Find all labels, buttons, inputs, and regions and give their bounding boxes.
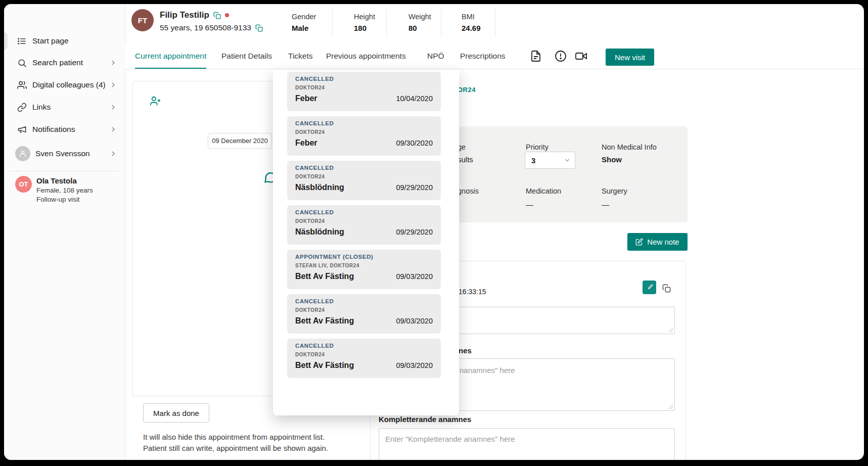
resize-handle[interactable]	[668, 328, 673, 333]
appointment-status: CANCELLED	[295, 209, 433, 215]
medication-label: Medication	[526, 187, 561, 195]
appointment-status: CANCELLED	[295, 165, 433, 171]
tab-bar: Current appointment Patient Details Tick…	[125, 44, 864, 69]
hide-note-line2: Patient still can write, appointment wil…	[143, 444, 328, 452]
kompletterande-anamnes-textarea[interactable]: Enter "Kompletterande anamnes" here	[379, 428, 675, 460]
sidebar-item-label: Start page	[32, 36, 69, 45]
appointment-provider: DOKTOR24	[295, 218, 433, 224]
appointment-title: Bett Av Fästing	[295, 316, 354, 325]
surgery-label: Surgery	[602, 187, 627, 195]
test-results-link[interactable]: sults	[458, 155, 473, 164]
appointment-date: 09/29/2020	[396, 183, 433, 192]
patient-name-row: Filip Testilip	[160, 10, 229, 20]
anamnes-label: nes	[459, 346, 472, 355]
tab-previous-appointments[interactable]: Previous appointments	[326, 44, 406, 68]
appointment-card[interactable]: CANCELLED DOKTOR24 Feber 09/30/2020	[287, 116, 441, 156]
appointment-status: CANCELLED	[295, 76, 433, 82]
stat-value-weight: 80	[408, 24, 417, 32]
appointment-card[interactable]: CANCELLED DOKTOR24 Bett Av Fästing 09/03…	[287, 339, 441, 378]
avatar	[15, 146, 30, 161]
video-icon[interactable]	[575, 50, 588, 62]
non-medical-info-label: Non Medical Info	[602, 143, 657, 151]
appointment-status: CANCELLED	[295, 298, 433, 304]
stat-value-bmi: 24.69	[462, 24, 481, 32]
appointment-card[interactable]: CANCELLED DOKTOR24 Bett Av Fästing 09/03…	[287, 294, 441, 334]
sidebar-item-digital-colleagues[interactable]: Digital colleagues (4)	[4, 76, 125, 94]
patient-id: 55 years, 19 650508-9133	[160, 23, 251, 32]
sidebar-item-label: Sven Svensson	[35, 149, 90, 158]
appointment-provider: DOKTOR24	[295, 85, 433, 90]
avatar: FT	[131, 9, 154, 31]
medication-value: —	[526, 200, 533, 209]
secondary-patient-details: Female, 108 years	[36, 187, 93, 194]
copy-icon[interactable]	[213, 12, 221, 19]
mark-as-done-button[interactable]: Mark as done	[143, 403, 209, 423]
header-divider	[386, 9, 387, 37]
surgery-value: —	[602, 200, 609, 209]
copy-icon[interactable]	[255, 24, 263, 32]
date-chip: 09 December 2020	[208, 133, 272, 149]
provider-link[interactable]: OR24	[458, 86, 476, 94]
appointment-provider: STEFAN LIV, DOKTOR24	[295, 263, 433, 268]
appointment-card[interactable]: APPOINTMENT (CLOSED) STEFAN LIV, DOKTOR2…	[287, 250, 441, 289]
header-divider	[332, 9, 333, 37]
tab-npo[interactable]: NPÖ	[427, 44, 444, 68]
chevron-down-icon	[564, 157, 571, 164]
sidebar-item-search-patient[interactable]: Search patient	[4, 54, 125, 71]
sidebar-item-user-sven[interactable]: Sven Svensson	[4, 144, 125, 164]
priority-select[interactable]: 3	[525, 152, 575, 169]
stat-label-weight: Weight	[408, 13, 431, 21]
resize-handle[interactable]	[668, 404, 673, 409]
non-medical-show-link[interactable]: Show	[602, 155, 622, 164]
sidebar-item-links[interactable]: Links	[4, 99, 125, 116]
alert-circle-icon[interactable]	[555, 50, 567, 62]
tab-patient-details[interactable]: Patient Details	[221, 44, 272, 68]
appointment-provider: DOKTOR24	[295, 174, 433, 179]
link-icon	[17, 103, 27, 112]
edit-note-button[interactable]	[643, 281, 656, 294]
appointment-card[interactable]: CANCELLED DOKTOR24 Feber 10/04/2020	[287, 72, 441, 111]
search-icon	[17, 58, 27, 68]
sidebar-item-start-page[interactable]: Start page	[4, 32, 125, 50]
appointment-card[interactable]: CANCELLED DOKTOR24 Näsblödning 09/29/202…	[287, 161, 441, 200]
megaphone-icon	[17, 125, 27, 134]
appointment-title: Bett Av Fästing	[295, 272, 354, 281]
sidebar-item-notifications[interactable]: Notifications	[4, 121, 125, 138]
kompletterande-anamnes-placeholder: Enter "Kompletterande anamnes" here	[385, 435, 515, 443]
colleagues-icon	[17, 80, 27, 90]
new-visit-button[interactable]: New visit	[606, 49, 654, 66]
stat-value-gender: Male	[292, 24, 308, 32]
avatar: OT	[15, 176, 32, 193]
tab-prescriptions[interactable]: Prescriptions	[460, 44, 506, 68]
diagnosis-label: gnosis	[458, 187, 479, 195]
priority-select-value: 3	[531, 156, 535, 165]
appointment-title: Näsblödning	[295, 183, 344, 192]
copy-note-button[interactable]	[660, 282, 673, 295]
previous-appointments-dropdown: CANCELLED DOKTOR24 Feber 10/04/2020 CANC…	[273, 70, 459, 415]
sidebar-item-label: Digital colleagues (4)	[32, 80, 106, 89]
patient-name: Filip Testilip	[160, 10, 209, 20]
appointment-provider: DOKTOR24	[295, 352, 433, 357]
document-icon[interactable]	[530, 50, 542, 62]
sidebar-divider	[10, 171, 119, 171]
chevron-right-icon	[109, 125, 117, 133]
hide-note-line1: It will also hide this appointment from …	[143, 433, 325, 441]
priority-label: Priority	[526, 143, 549, 151]
kompletterande-anamnes-label: Kompletterande anamnes	[379, 415, 471, 424]
screen: Start page Search patient Digital collea…	[0, 0, 868, 466]
sidebar: Start page Search patient Digital collea…	[4, 4, 126, 460]
appointment-card[interactable]: CANCELLED DOKTOR24 Näsblödning 09/29/202…	[287, 205, 441, 245]
tab-tickets[interactable]: Tickets	[288, 44, 313, 68]
appointment-title: Feber	[295, 138, 317, 148]
person-plus-icon[interactable]	[150, 96, 161, 107]
new-note-button[interactable]: New note	[627, 233, 688, 251]
tab-current-appointment[interactable]: Current appointment	[135, 44, 206, 69]
copy-icon	[662, 284, 671, 293]
appointment-date: 10/04/2020	[396, 95, 433, 103]
app-window: Start page Search patient Digital collea…	[4, 4, 864, 460]
stat-label-gender: Gender	[292, 13, 316, 21]
note-timestamp: 16:33:15	[459, 288, 486, 296]
appointment-title: Näsblödning	[295, 227, 344, 237]
appointment-date: 09/03/2020	[396, 361, 433, 369]
chevron-right-icon	[109, 103, 117, 111]
